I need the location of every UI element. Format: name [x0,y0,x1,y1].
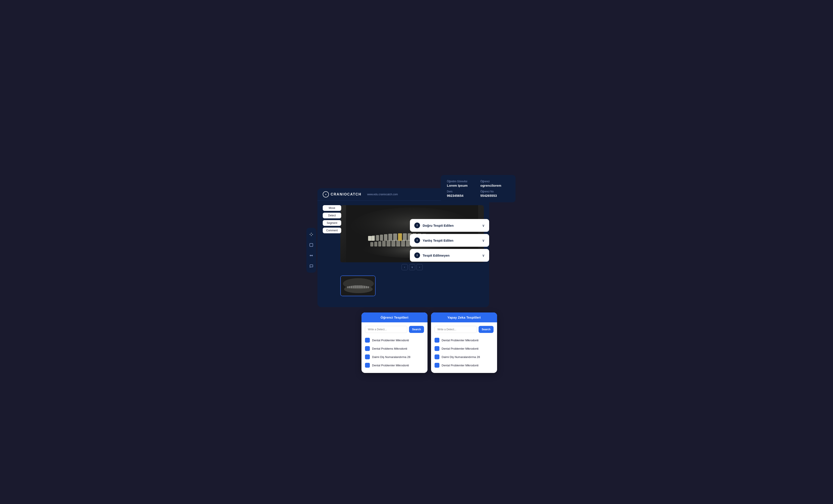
svg-rect-47 [348,286,349,288]
svg-rect-52 [356,285,358,288]
lesson-value: 992345654 [447,194,476,198]
student-label-2: Dental Problems Mikrodonti [372,347,407,350]
logo-text: CranioCatch [331,193,361,196]
ai-item-3[interactable]: Daimi Diş Numaralandırma 28 [434,353,494,361]
svg-rect-49 [351,286,352,288]
accordion-correct[interactable]: i Doğru Tespit Edilen ∨ [410,219,489,232]
svg-rect-50 [353,286,354,288]
svg-rect-48 [349,286,350,288]
ai-search-input[interactable] [434,326,477,333]
svg-rect-30 [391,240,395,247]
student-panel-header: Öğrenci Tespitleri [361,312,428,322]
accordion-correct-icon: i [414,223,420,228]
ai-item-4[interactable]: Dental Problemler Mikrodonti [434,361,494,370]
ai-label-2: Dental Problemler Mikrodonti [442,347,479,350]
accordion-correct-chevron: ∨ [482,223,485,228]
svg-rect-56 [364,286,365,288]
ai-checkbox-3[interactable] [434,354,439,359]
student-no-value: 554265553 [480,194,509,198]
student-item-3[interactable]: Daimi Diş Numaralandırma 28 [365,353,424,361]
thumbnail-image [341,276,376,296]
segment-button[interactable]: Segment [323,220,341,226]
student-value: ogrencilorem [480,184,509,187]
ai-detection-panel: Yapay Zeka Tespitleri Search Dental Prob… [431,312,497,373]
accordion-undetected-chevron: ∨ [482,253,485,257]
student-search-input[interactable] [365,326,407,333]
svg-rect-25 [370,242,373,247]
accordion-undetected[interactable]: i Tespit Edilmeyen ∨ [410,249,489,262]
svg-rect-58 [367,286,369,288]
svg-rect-9 [376,235,379,241]
sidebar-rect-icon[interactable] [308,242,314,248]
logo-area: ✦ CranioCatch [323,191,361,198]
sidebar-segment-icon[interactable] [308,252,314,259]
svg-rect-53 [358,285,360,288]
svg-rect-28 [382,241,386,247]
svg-rect-54 [360,285,362,288]
svg-rect-51 [354,285,356,288]
student-label: Öğrenci [480,180,509,183]
student-block: Öğrenci ogrencilorem [480,180,509,187]
tool-buttons: Move Detect Segment Comment [323,205,341,233]
ai-item-1[interactable]: Dental Problemler Mikrodonti [434,336,494,344]
student-checkbox-1[interactable] [365,338,370,343]
xray-next-btn[interactable]: › [416,264,423,270]
svg-rect-55 [362,286,363,288]
svg-rect-33 [406,240,410,247]
student-label-4: Dental Problemler Mikrodonti [372,364,409,367]
thumbnail-container[interactable] [340,276,376,296]
svg-rect-26 [374,242,377,247]
ai-label-4: Dental Problemler Mikrodonti [442,364,479,367]
student-item-2[interactable]: Dental Problems Mikrodonti [365,344,424,353]
detection-panels: Öğrenci Tespitleri Search Dental Problem… [361,312,497,373]
app-window: ✦ CranioCatch www.edu.craniocatch.com [317,188,489,307]
student-item-1[interactable]: Dental Problemler Mikrodonti [365,336,424,344]
accordion-undetected-title: Tespit Edilmeyen [423,254,450,257]
student-search-button[interactable]: Search [409,326,424,333]
teacher-label: Öğretim Görevlisi [447,180,476,183]
student-item-4[interactable]: Dental Problemler Mikrodonti [365,361,424,370]
sidebar-comment-icon[interactable] [308,263,314,269]
detect-button[interactable]: Detect [323,212,341,218]
student-panel-body: Search Dental Problemler Mikrodonti Dent… [361,322,428,373]
svg-rect-41 [398,233,402,241]
info-card: Öğretim Görevlisi Lorem Ipsum Öğrenci og… [441,175,516,202]
student-checkbox-2[interactable] [365,346,370,351]
ai-panel-body: Search Dental Problemler Mikrodonti Dent… [431,322,497,373]
ai-panel-title: Yapay Zeka Tespitleri [447,316,480,319]
xray-prev-btn[interactable]: ‹ [402,264,408,270]
student-no-block: Öğrenci No 554265553 [480,190,509,198]
ai-item-2[interactable]: Dental Problemler Mikrodonti [434,344,494,353]
svg-rect-42 [368,236,374,241]
move-button[interactable]: Move [323,205,341,211]
student-detection-panel: Öğrenci Tespitleri Search Dental Problem… [361,312,428,373]
logo-icon: ✦ [323,191,329,198]
svg-rect-11 [384,234,387,241]
accordion-wrong-title: Yanlış Tespit Edilen [423,238,453,242]
svg-rect-15 [403,233,407,241]
xray-down-btn[interactable]: ∨ [409,264,415,270]
teacher-block: Öğretim Görevlisi Lorem Ipsum [447,180,476,187]
main-scene: Öğretim Görevlisi Lorem Ipsum Öğrenci og… [317,175,516,329]
student-no-label: Öğrenci No [480,190,509,193]
ai-search-button[interactable]: Search [479,326,494,333]
lesson-block: Ders 992345654 [447,190,476,198]
ai-checkbox-4[interactable] [434,363,439,368]
ai-checkbox-2[interactable] [434,346,439,351]
sidebar-move-icon[interactable] [308,231,314,237]
ai-label-3: Daimi Diş Numaralandırma 28 [442,355,480,359]
accordion-correct-title: Doğru Tespit Edilen [423,224,454,227]
comment-button[interactable]: Comment [323,228,341,233]
sidebar [306,228,316,273]
teacher-value: Lorem Ipsum [447,184,476,187]
student-search-row: Search [365,326,424,333]
ai-checkbox-1[interactable] [434,338,439,343]
accordion-wrong[interactable]: i Yanlış Tespit Edilen ∨ [410,234,489,247]
svg-rect-0 [310,244,313,247]
accordion-undetected-icon: i [414,252,420,258]
student-checkbox-4[interactable] [365,363,370,368]
lesson-label: Ders [447,190,476,193]
svg-rect-31 [396,240,400,247]
student-checkbox-3[interactable] [365,354,370,359]
ai-panel-header: Yapay Zeka Tespitleri [431,312,497,322]
